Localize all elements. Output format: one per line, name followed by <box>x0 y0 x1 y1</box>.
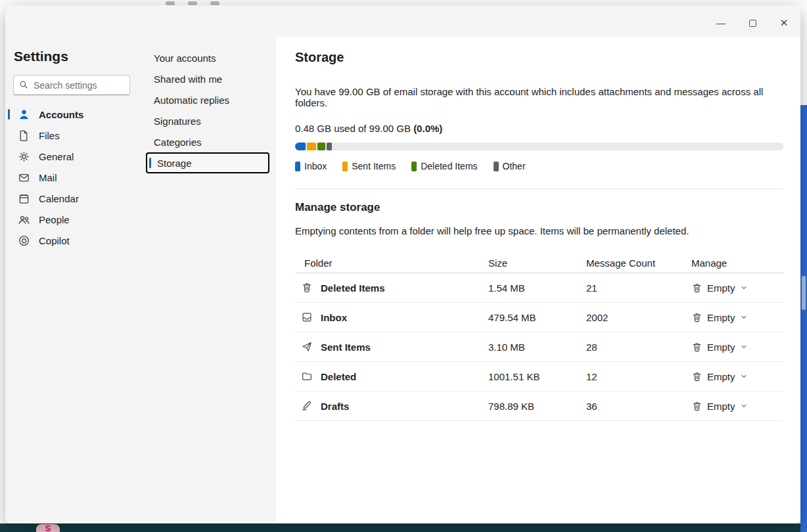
maximize-button[interactable] <box>745 16 760 30</box>
subnav-item-automatic-replies[interactable]: Automatic replies <box>146 89 269 110</box>
close-button[interactable]: ✕ <box>777 16 791 30</box>
chevron-down-icon <box>740 284 748 292</box>
usage-prefix: 0.48 GB used of 99.00 GB <box>295 123 413 134</box>
empty-folder-button[interactable]: Empty <box>691 371 783 382</box>
empty-folder-button[interactable]: Empty <box>691 342 783 353</box>
folder-name: Sent Items <box>321 342 371 353</box>
sidebar-item-label: People <box>39 214 70 225</box>
storage-panel: Storage You have 99.00 GB of email stora… <box>276 37 800 523</box>
empty-folder-button[interactable]: Empty <box>691 312 783 323</box>
folder-size: 3.10 MB <box>488 342 586 353</box>
people-icon <box>18 213 30 226</box>
sidebar-item-calendar[interactable]: Calendar <box>5 188 145 209</box>
sidebar-item-label: Accounts <box>39 109 83 120</box>
storage-legend: Inbox Sent Items Deleted Items Other <box>295 161 783 171</box>
legend-swatch <box>494 162 499 171</box>
subnav-item-label: Signatures <box>154 116 201 127</box>
inbox-icon <box>301 311 313 323</box>
sidebar-item-copilot[interactable]: Copilot <box>5 230 145 251</box>
folder-name: Deleted Items <box>321 282 385 294</box>
subnav-item-categories[interactable]: Categories <box>146 131 269 152</box>
folder-message-count: 36 <box>586 401 691 412</box>
storage-usage-text: 0.48 GB used of 99.00 GB (0.0%) <box>295 123 783 134</box>
column-header-folder: Folder <box>295 257 488 269</box>
empty-button-label: Empty <box>707 282 735 294</box>
background-top-strip <box>0 0 807 5</box>
settings-dialog: — ✕ Settings Accounts <box>5 5 800 523</box>
table-header: Folder Size Message Count Manage <box>295 254 783 273</box>
copilot-icon <box>18 234 30 247</box>
sidebar-item-general[interactable]: General <box>5 146 145 167</box>
settings-dialog-title: Settings <box>14 49 68 64</box>
legend-item-deleted-items: Deleted Items <box>411 161 477 171</box>
subnav-item-storage[interactable]: Storage <box>146 152 269 173</box>
search-input[interactable] <box>13 75 130 95</box>
subnav-item-signatures[interactable]: Signatures <box>146 110 269 131</box>
send-icon <box>301 341 313 353</box>
trash-icon <box>691 401 703 412</box>
table-row: Inbox 479.54 MB 2002 Empty <box>295 303 783 332</box>
sidebar-item-accounts[interactable]: Accounts <box>5 104 145 125</box>
legend-swatch <box>295 162 300 171</box>
subnav-item-your-accounts[interactable]: Your accounts <box>146 47 269 68</box>
chevron-down-icon <box>740 402 748 410</box>
manage-storage-description: Emptying contents from a folder will hel… <box>295 225 783 236</box>
maximize-icon <box>749 20 756 27</box>
folder-size: 798.89 KB <box>488 401 586 412</box>
folder-size: 1001.51 KB <box>488 371 586 382</box>
chevron-down-icon <box>740 313 748 321</box>
sidebar-item-label: General <box>39 151 74 162</box>
empty-folder-button[interactable]: Empty <box>691 401 783 412</box>
subnav-item-label: Shared with me <box>154 74 222 85</box>
folder-message-count: 28 <box>586 342 691 353</box>
minimize-icon: — <box>716 20 726 26</box>
legend-label: Other <box>503 161 526 171</box>
manage-storage-title: Manage storage <box>295 201 783 214</box>
folder-size: 479.54 MB <box>488 312 586 323</box>
legend-label: Sent Items <box>352 161 396 171</box>
subnav-item-label: Your accounts <box>154 53 216 64</box>
empty-folder-button[interactable]: Empty <box>691 282 783 294</box>
legend-item-other: Other <box>494 161 526 171</box>
sidebar-item-files[interactable]: Files <box>5 125 145 146</box>
folder-message-count: 12 <box>586 371 691 382</box>
sidebar-item-label: Files <box>39 130 60 141</box>
calendar-icon <box>18 192 30 205</box>
folder-size: 1.54 MB <box>488 282 586 294</box>
legend-label: Deleted Items <box>421 161 477 171</box>
subnav-item-shared-with-me[interactable]: Shared with me <box>146 68 269 89</box>
folder-icon <box>301 370 313 382</box>
legend-swatch <box>342 162 348 171</box>
table-row: Deleted 1001.51 KB 12 Empty <box>295 362 783 391</box>
trash-icon <box>301 282 313 294</box>
storage-description: You have 99.00 GB of email storage with … <box>295 86 783 108</box>
usage-bar-segment-deleted-items <box>317 143 325 150</box>
usage-percent: (0.0%) <box>413 123 442 134</box>
sidebar-item-people[interactable]: People <box>5 209 145 230</box>
minimize-button[interactable]: — <box>714 16 728 30</box>
empty-button-label: Empty <box>707 371 735 382</box>
settings-sidebar: Settings Accounts Files <box>5 5 145 523</box>
background-scrollbar-thumb[interactable] <box>802 276 806 310</box>
trash-icon <box>691 282 703 294</box>
drafts-icon <box>301 400 313 412</box>
subnav-item-label: Storage <box>154 158 192 169</box>
folder-message-count: 2002 <box>586 312 691 323</box>
settings-search <box>13 75 130 95</box>
background-avatar-badge: S <box>36 524 60 532</box>
usage-bar-segment-other <box>327 143 333 150</box>
folder-name: Deleted <box>321 371 356 382</box>
sidebar-item-label: Copilot <box>39 235 70 246</box>
storage-usage-bar <box>295 143 783 150</box>
legend-item-sent-items: Sent Items <box>342 161 396 171</box>
sidebar-item-mail[interactable]: Mail <box>5 167 145 188</box>
trash-icon <box>691 371 703 382</box>
usage-bar-segment-inbox <box>295 143 306 150</box>
table-row: Sent Items 3.10 MB 28 Empty <box>295 332 783 362</box>
person-icon <box>18 108 30 121</box>
subnav-item-label: Automatic replies <box>154 95 229 106</box>
trash-icon <box>691 342 703 353</box>
empty-button-label: Empty <box>707 342 735 353</box>
column-header-manage: Manage <box>691 257 783 269</box>
empty-button-label: Empty <box>707 312 735 323</box>
